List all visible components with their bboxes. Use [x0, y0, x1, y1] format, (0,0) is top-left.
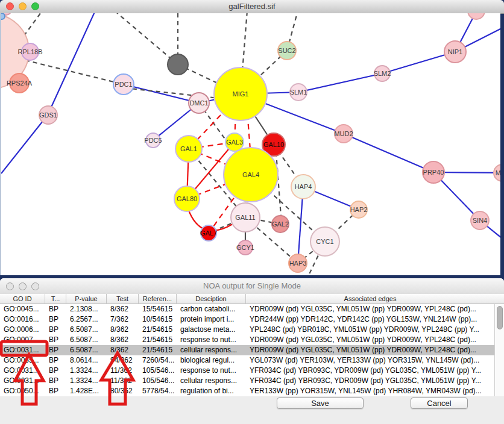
column-header-referen-[interactable]: Referen... — [139, 294, 177, 304]
zoom-button[interactable] — [31, 2, 39, 10]
network-node-unlabeled-gray[interactable] — [168, 54, 188, 75]
network-node-edge-corner-blue[interactable] — [1, 13, 5, 19]
table-cell: BP — [45, 325, 66, 335]
table-cell: GO:0007... — [0, 335, 45, 345]
table-cell: 21/54615 — [139, 325, 177, 335]
close-button[interactable] — [6, 2, 14, 10]
table-cell: galactose meta... — [177, 325, 246, 335]
table-cell: 21/54615 — [139, 335, 177, 345]
network-node-edge-top-right-pink[interactable] — [468, 13, 485, 19]
table-cell: 7/362 — [107, 314, 139, 325]
node-label-rpl18b: RPL18B — [18, 48, 43, 55]
network-window-titlebar[interactable]: galFiltered.sif — [0, 0, 504, 14]
noa-window-title: NOA output for Single Mode — [203, 281, 301, 290]
table-cell: 8/362 — [107, 335, 139, 345]
table-cell: BP — [45, 376, 66, 386]
column-header-p-value[interactable]: P-value — [66, 294, 107, 304]
node-label-gal1: GAL1 — [180, 145, 197, 152]
network-edge-gray-dashed[interactable] — [25, 60, 124, 84]
table-cell: 2.1308... — [66, 304, 107, 314]
table-cell: YDR009W (pd) YGL035C, YML051W (pp) YDR00… — [246, 345, 494, 355]
table-cell: GO:0031... — [0, 345, 45, 355]
node-label-mig1: MIG1 — [233, 90, 249, 98]
network-edge-blue-solid[interactable] — [298, 73, 382, 92]
table-cell: BP — [45, 366, 66, 376]
node-label-gal4: GAL4 — [242, 171, 259, 178]
network-window: galFiltered.sif RPL18BRPS24AGDS1PDC1PDC5… — [0, 0, 504, 275]
table-cell: 6.5087... — [66, 325, 107, 335]
node-label-gal11: GAL11 — [235, 214, 255, 221]
table-row[interactable]: GO:0016...BP6.2567...7/36210/54615protei… — [0, 314, 504, 325]
network-edge-gray-dashed[interactable] — [115, 13, 178, 64]
table-body: GO:0045...BP2.1308...8/36215/54615carbon… — [0, 304, 504, 396]
table-cell: response to nut... — [177, 335, 246, 345]
minimize-button[interactable] — [19, 282, 27, 290]
table-cell: BP — [45, 304, 66, 314]
table-cell: 8/362 — [107, 304, 139, 314]
network-edge-blue-solid[interactable] — [1, 115, 48, 173]
table-cell: 11/362 — [107, 366, 139, 376]
noa-output-window: NOA output for Single Mode GO IDT...P-va… — [0, 278, 504, 424]
column-header-go-id[interactable]: GO ID — [0, 294, 45, 304]
table-row[interactable]: GO:0031...BP1.3324...11/362105/546...cel… — [0, 376, 504, 386]
cancel-button[interactable]: Cancel — [411, 398, 468, 409]
column-header-t-[interactable]: T... — [45, 294, 66, 304]
table-cell: response to nut... — [177, 366, 246, 376]
node-label-mud2: MUD2 — [334, 130, 353, 137]
save-button[interactable]: Save — [277, 398, 364, 409]
table-cell: YFR034C (pd) YBR093C, YDR009W (pd) YGL03… — [246, 366, 494, 376]
table-row[interactable]: GO:0031...BP1.3324...11/362105/546...res… — [0, 366, 504, 376]
node-label-slm2: SLM2 — [374, 70, 391, 77]
table-cell: 80/362 — [107, 386, 139, 396]
table-row[interactable]: GO:0050...BP1.428E...80/3625778/54...reg… — [0, 386, 504, 396]
table-cell: GO:0031... — [0, 366, 45, 376]
network-edge-blue-solid[interactable] — [344, 134, 433, 172]
table-row[interactable]: GO:0007...BP6.5087...8/36221/54615respon… — [0, 335, 504, 345]
table-cell: cellular respons... — [177, 376, 246, 386]
table-cell: GO:0016... — [0, 314, 45, 325]
node-label-gal7: GAL7 — [200, 229, 217, 237]
scrollbar-thumb[interactable] — [497, 306, 503, 329]
table-cell: 94/362 — [107, 355, 139, 366]
close-button[interactable] — [6, 282, 14, 290]
node-label-pdc1: PDC1 — [115, 81, 132, 88]
table-row[interactable]: GO:0031...BP6.5087...8/36221/54615cellul… — [0, 345, 504, 355]
table-row[interactable]: GO:0006...BP6.5087...8/36221/54615galact… — [0, 325, 504, 335]
network-canvas[interactable]: RPL18BRPS24AGDS1PDC1PDC5DMC1MIG1SLM1SLM2… — [0, 13, 500, 275]
table-cell: 6.5087... — [66, 345, 107, 355]
traffic-lights-inactive — [6, 282, 39, 290]
node-label-gds1: GDS1 — [39, 111, 57, 119]
table-cell: 6.2567... — [66, 314, 107, 325]
column-header-test[interactable]: Test — [107, 294, 139, 304]
table-cell: 8.0614... — [66, 355, 107, 366]
column-header-desciption[interactable]: Desciption — [177, 294, 246, 304]
traffic-lights — [6, 2, 39, 10]
table-row[interactable]: GO:0045...BP2.1308...8/36215/54615carbon… — [0, 304, 504, 314]
table-cell: GO:0031... — [0, 376, 45, 386]
minimize-button[interactable] — [19, 2, 27, 10]
node-label-hap3: HAP3 — [289, 260, 307, 267]
table-cell: GO:0006... — [0, 325, 45, 335]
node-label-gcy1: GCY1 — [236, 244, 254, 251]
node-label-suc2: SUC2 — [278, 47, 295, 54]
node-label-nip1: NIP1 — [448, 48, 462, 55]
table-cell: BP — [45, 314, 66, 325]
table-cell: GO:0045... — [0, 304, 45, 314]
table-header[interactable]: GO IDT...P-valueTestReferen...Desciption… — [0, 294, 504, 304]
node-label-slm1: SLM1 — [290, 89, 307, 96]
table-cell: 15/54615 — [139, 304, 177, 314]
node-label-dmc1: DMC1 — [189, 99, 208, 107]
node-label-rps24a: RPS24A — [7, 80, 33, 87]
network-edge-blue-solid[interactable] — [48, 13, 95, 115]
network-graph: RPL18BRPS24AGDS1PDC1PDC5DMC1MIG1SLM1SLM2… — [1, 13, 500, 275]
noa-window-titlebar[interactable]: NOA output for Single Mode — [0, 278, 504, 295]
column-header-associated-edges[interactable]: Associated edges — [246, 294, 494, 304]
table-cell: 105/546... — [139, 366, 177, 376]
network-edge-blue-solid[interactable] — [124, 84, 199, 103]
table-cell: YPL248C (pd) YBR018C, YML051W (pp) YDR00… — [246, 325, 494, 335]
table-cell: YFR034C (pd) YBR093C, YDR009W (pd) YGL03… — [246, 376, 494, 386]
table-row[interactable]: GO:0065...BP8.0614...94/3627260/54...bio… — [0, 355, 504, 366]
table-scrollbar[interactable] — [494, 304, 504, 396]
zoom-button[interactable] — [31, 282, 39, 290]
table-cell: biological regul... — [177, 355, 246, 366]
